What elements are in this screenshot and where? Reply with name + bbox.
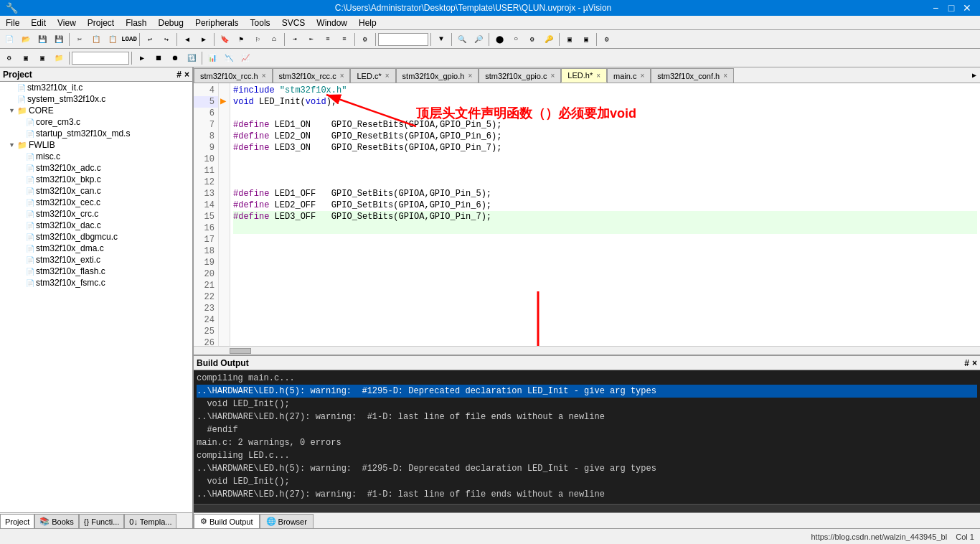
tb2-btn2[interactable]: ▣ [18,50,34,66]
save-button[interactable]: 💾 [34,32,50,47]
tb2-btn7[interactable]: ⏺ [167,50,183,66]
build-hscroll[interactable] [194,504,980,512]
undo-button[interactable]: ↩ [142,32,158,47]
btn6[interactable]: ≡ [320,32,336,47]
menu-item-help[interactable]: Help [353,16,382,29]
tree-item-stm32f10x_fsmc[interactable]: 📄stm32f10x_fsmc.c [0,277,192,289]
cut-button[interactable]: ✂ [72,32,88,47]
tree-item-stm32f10x_dma[interactable]: 📄stm32f10x_dma.c [0,243,192,254]
close-build-button[interactable]: × [972,358,977,368]
open-button[interactable]: 📂 [18,32,34,47]
tab-led-h[interactable]: LED.h*× [561,68,607,83]
tab-close-icon[interactable]: × [385,72,390,80]
load-button[interactable]: LOAD [121,32,137,47]
minimize-button[interactable]: − [928,1,943,15]
tb2-btn8[interactable]: 🔃 [184,50,199,66]
tree-item-stm32f10x_dac[interactable]: 📄stm32f10x_dac.c [0,220,192,231]
tree-item-stm32f10x_bkp[interactable]: 📄stm32f10x_bkp.c [0,174,192,185]
tb2-btn1[interactable]: ⚙ [1,50,17,66]
tab-browser[interactable]: 🌐Browser [260,514,314,528]
close-button[interactable]: ✕ [960,1,974,15]
tab-close-icon[interactable]: × [262,72,266,80]
tree-item-stm32f10x_it[interactable]: 📄stm32f10x_it.c [0,82,192,93]
menu-item-tools[interactable]: Tools [245,16,276,29]
nav-back-button[interactable]: ◀ [179,32,195,47]
view-btn2[interactable]: ▣ [578,32,594,47]
build-output-content[interactable]: compiling main.c.....\HARDWARE\LED.h(5):… [194,370,980,504]
btn4[interactable]: ⌂ [266,32,282,47]
nav-fwd-button[interactable]: ▶ [196,32,212,47]
expand-icon[interactable]: ▼ [9,107,17,114]
menu-item-view[interactable]: View [52,16,82,29]
bookmark-button[interactable]: 🔖 [217,32,232,47]
hscroll-thumb[interactable] [230,348,251,354]
qlun-input[interactable]: QLUN [72,52,129,65]
tree-item-misc[interactable]: 📄misc.c [0,151,192,162]
btn7[interactable]: ≡ [336,32,352,47]
tree-item-FWLIB[interactable]: ▼📁FWLIB [0,139,192,151]
tab-gpio-c[interactable]: stm32f10x_gpio.c× [479,68,561,83]
tree-item-stm32f10x_exti[interactable]: 📄stm32f10x_exti.c [0,254,192,266]
code-content[interactable]: #include "stm32f10x.h"void LED_Init(void… [230,83,980,346]
menu-item-flash[interactable]: Flash [120,16,152,29]
tb2-btn5[interactable]: ▶ [134,50,150,66]
expand-icon[interactable]: ▼ [9,141,17,149]
btn9[interactable]: 🔎 [471,32,486,47]
tab-close-icon[interactable]: × [596,72,600,80]
tb2-btn4[interactable]: 📁 [51,50,67,66]
tree-item-CORE[interactable]: ▼📁CORE [0,105,192,116]
tb2-btn10[interactable]: 📉 [221,50,237,66]
left-tab-1[interactable]: 📚Books [34,514,79,528]
new-file-button[interactable]: 📄 [1,32,17,47]
copy-button[interactable]: 📋 [88,32,104,47]
tab-rcc-c[interactable]: stm32f10x_rcc.c× [273,68,351,83]
tree-item-system_stm32f10x[interactable]: 📄system_stm32f10x.c [0,93,192,105]
tree-item-stm32f10x_flash[interactable]: 📄stm32f10x_flash.c [0,266,192,277]
tb2-btn6[interactable]: ⏹ [151,50,166,66]
debug-btn2[interactable]: ○ [508,32,524,47]
left-tab-0[interactable]: Project [0,514,34,528]
save-all-button[interactable]: 💾 [51,32,67,47]
tab-close-icon[interactable]: × [340,72,344,80]
paste-button[interactable]: 📋 [105,32,121,47]
indent-button[interactable]: ⇥ [287,32,303,47]
tree-item-stm32f10x_can[interactable]: 📄stm32f10x_can.c [0,185,192,197]
pin-icon[interactable]: # [176,70,182,80]
tab-scroll-right-button[interactable]: ▶ [969,68,980,83]
tree-item-startup_stm32f10x_md[interactable]: 📄startup_stm32f10x_md.s [0,128,192,139]
debug-btn4[interactable]: 🔑 [541,32,557,47]
tree-item-stm32f10x_adc[interactable]: 📄stm32f10x_adc.c [0,162,192,174]
tab-conf-h[interactable]: stm32f10x_conf.h× [651,68,734,83]
tb2-btn11[interactable]: 📈 [237,50,253,66]
debug-btn1[interactable]: ⬤ [491,32,507,47]
pin-build-icon[interactable]: # [964,358,969,368]
tree-item-stm32f10x_crc[interactable]: 📄stm32f10x_crc.c [0,208,192,220]
dropdown1[interactable]: ▼ [433,32,449,47]
tab-gpio-h[interactable]: stm32f10x_gpio.h× [396,68,479,83]
btn2[interactable]: ⚑ [233,32,249,47]
redo-button[interactable]: ↪ [159,32,174,47]
menu-item-svcs[interactable]: SVCS [276,16,311,29]
tab-main-c[interactable]: main.c× [607,68,651,83]
gpio-dropdown[interactable]: GPIO [378,33,428,46]
tb2-btn9[interactable]: 📊 [204,50,220,66]
tab-close-icon[interactable]: × [550,72,555,80]
maximize-button[interactable]: □ [944,1,958,15]
tree-item-stm32f10x_dbgmcu[interactable]: 📄stm32f10x_dbgmcu.c [0,231,192,243]
tab-led-c[interactable]: LED.c*× [350,68,395,83]
close-panel-button[interactable]: × [184,70,189,80]
tree-item-stm32f10x_cec[interactable]: 📄stm32f10x_cec.c [0,197,192,208]
settings-button[interactable]: ⚙ [599,32,615,47]
code-hscroll[interactable] [194,346,980,355]
tab-close-icon[interactable]: × [723,72,727,80]
btn3[interactable]: ⚐ [250,32,265,47]
unindent-button[interactable]: ⇤ [303,32,319,47]
left-tab-3[interactable]: 0↓ Templa... [124,514,176,528]
tab-close-icon[interactable]: × [640,72,644,80]
menu-item-debug[interactable]: Debug [153,16,189,29]
menu-item-window[interactable]: Window [311,16,353,29]
tab-close-icon[interactable]: × [468,72,472,80]
btn8[interactable]: 🔍 [454,32,470,47]
menu-item-edit[interactable]: Edit [25,16,52,29]
tab-rcc-h[interactable]: stm32f10x_rcc.h× [194,68,273,83]
